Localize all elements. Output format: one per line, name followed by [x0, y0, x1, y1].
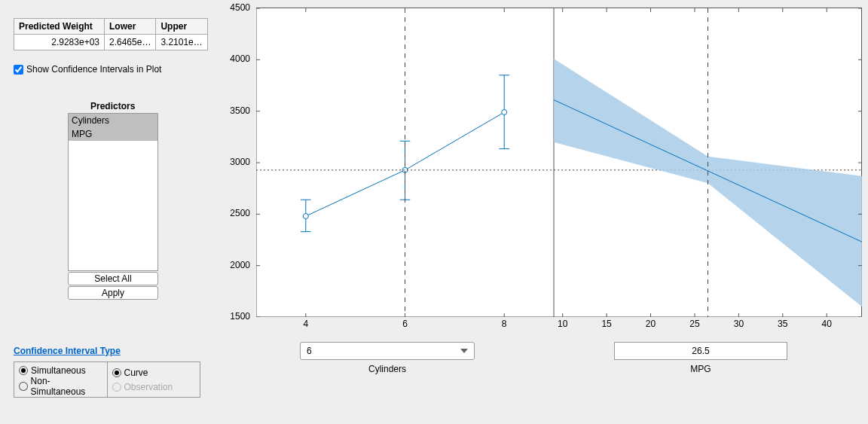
cylinders-value: 6	[307, 346, 312, 356]
header-predicted: Predicted Weight	[14, 19, 105, 35]
xtick: 8	[502, 319, 507, 329]
radio-nonsimultaneous[interactable]: Non-Simultaneous	[19, 376, 102, 397]
radio-label: Curve	[124, 368, 148, 378]
show-ci-checkbox-row[interactable]: Show Confidence Intervals in Plot	[14, 64, 161, 75]
list-item[interactable]: Cylinders	[69, 114, 157, 127]
chevron-down-icon	[460, 349, 468, 353]
marker	[303, 214, 308, 219]
xtick: 20	[646, 319, 656, 329]
radio-curve[interactable]: Curve	[112, 368, 196, 378]
ytick: 2500	[230, 208, 250, 218]
xtick: 4	[303, 319, 308, 329]
cell-upper: 3.2101e…	[156, 35, 207, 50]
xtick: 35	[778, 319, 787, 329]
prediction-table: Predicted Weight Lower Upper 2.9283e+03 …	[14, 18, 208, 50]
ytick: 2000	[230, 260, 250, 270]
cylinders-select[interactable]: 6	[300, 342, 475, 360]
xtick: 40	[822, 319, 832, 329]
predictors-listbox[interactable]: Cylinders MPG	[68, 113, 158, 271]
cell-lower: 2.6465e…	[105, 35, 156, 50]
header-lower: Lower	[105, 19, 156, 35]
cylinders-axis-label: Cylinders	[368, 364, 406, 374]
list-item[interactable]: MPG	[69, 127, 157, 141]
radio-label: Simultaneous	[31, 365, 86, 376]
mpg-axis-label: MPG	[690, 364, 711, 374]
show-ci-label: Show Confidence Intervals in Plot	[26, 64, 161, 75]
mpg-input[interactable]: 26.5	[614, 342, 787, 360]
ytick: 3500	[230, 105, 250, 116]
radio-label: Non-Simultaneous	[31, 376, 102, 397]
ytick: 4000	[230, 53, 250, 64]
plot-area	[256, 8, 862, 316]
select-all-button[interactable]: Select All	[68, 272, 158, 285]
xtick: 6	[402, 319, 408, 329]
show-ci-checkbox[interactable]	[14, 65, 23, 75]
radio-simultaneous[interactable]: Simultaneous	[19, 365, 102, 376]
table-row: 2.9283e+03 2.6465e… 3.2101e…	[14, 35, 208, 50]
chart-svg	[256, 8, 862, 317]
radio-observation: Observation	[112, 382, 196, 392]
xtick: 15	[601, 319, 611, 329]
y-axis-ticks: 1500 2000 2500 3000 3500 4000 4500	[222, 8, 253, 316]
ytick: 1500	[230, 311, 250, 322]
ci-type-group: Simultaneous Non-Simultaneous Curve Obse…	[14, 361, 200, 398]
predictors-title: Predictors	[90, 101, 135, 111]
marker	[502, 110, 507, 115]
header-upper: Upper	[156, 19, 207, 35]
cell-predicted: 2.9283e+03	[14, 35, 105, 50]
ytick: 4500	[230, 2, 250, 13]
radio-label: Observation	[124, 382, 173, 392]
xtick: 30	[734, 319, 744, 329]
xtick: 10	[558, 319, 567, 329]
y-tick-marks	[256, 8, 862, 317]
x-axis-ticks: 4 6 8 10 15 20 25 30 35 40	[256, 319, 862, 331]
ci-type-link[interactable]: Confidence Interval Type	[14, 346, 121, 356]
ytick: 3000	[230, 157, 250, 167]
xtick: 25	[689, 319, 699, 329]
apply-button[interactable]: Apply	[68, 286, 158, 300]
